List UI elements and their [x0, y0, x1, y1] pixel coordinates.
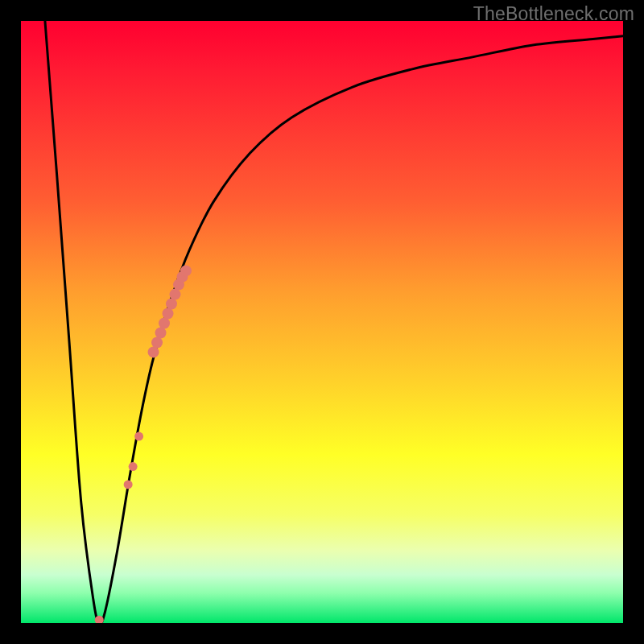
bottleneck-curve — [45, 21, 623, 623]
highlight-segment-thick-marker — [166, 299, 177, 310]
highlight-segment-thick-marker — [163, 308, 174, 320]
highlight-segment-thick-marker — [148, 346, 159, 357]
watermark-text: TheBottleneck.com — [473, 3, 634, 25]
highlight-segment-thick-marker — [159, 317, 170, 328]
highlight-segment-thick-marker — [169, 289, 180, 300]
curve-layer — [21, 21, 623, 623]
plot-area — [21, 21, 623, 623]
highlight-segment-thick-marker — [180, 265, 192, 276]
highlight-dots-lower-marker — [129, 462, 138, 471]
highlight-dots-lower-marker — [124, 480, 133, 489]
chart-frame: TheBottleneck.com — [0, 0, 644, 644]
highlight-segment-thick-marker — [155, 327, 167, 338]
highlight-dots-lower-marker — [134, 432, 143, 441]
highlight-segment-thick-marker — [151, 336, 163, 348]
